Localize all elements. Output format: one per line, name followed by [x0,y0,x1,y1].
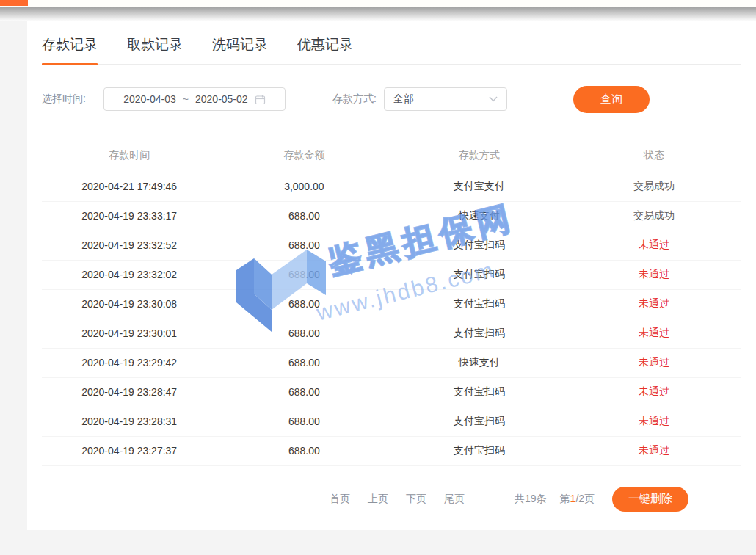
cell-method: 支付宝扫码 [392,407,567,436]
col-header-deposit-method: 存款方式 [392,139,567,172]
cell-method: 支付宝扫码 [392,231,567,260]
table-row: 2020-04-19 23:32:52 688.00 支付宝扫码 未通过 [42,231,741,260]
tab-promo-records[interactable]: 优惠记录 [297,35,353,64]
date-range-input[interactable]: 2020-04-03 ~ 2020-05-02 [103,87,286,111]
cell-time: 2020-04-19 23:30:08 [42,289,217,319]
cell-amount: 688.00 [217,377,391,407]
date-separator: ~ [183,93,189,105]
top-accent-bar [0,0,28,6]
table-header-row: 存款时间 存款金额 存款方式 状态 [42,139,741,172]
tab-withdrawal-records[interactable]: 取款记录 [127,35,183,64]
cell-method: 支付宝扫码 [392,377,567,407]
cell-status: 交易成功 [567,172,741,201]
cell-method: 支付宝扫码 [392,319,567,348]
pagination-bar: 首页 上页 下页 尾页 共19条 第1/2页 一键删除 [27,487,756,512]
cell-time: 2020-04-19 23:28:47 [42,377,217,407]
cell-status: 未通过 [567,407,741,436]
cell-amount: 688.00 [217,407,391,436]
cell-time: 2020-04-19 23:32:52 [42,231,217,260]
cell-status: 未通过 [567,377,741,407]
tab-label: 存款记录 [42,37,98,52]
table-row: 2020-04-19 23:27:37 688.00 支付宝扫码 未通过 [42,436,741,465]
cell-time: 2020-04-19 23:27:37 [42,436,217,465]
active-tab-underline [42,63,98,65]
chevron-down-icon [489,96,498,102]
cell-time: 2020-04-19 23:33:17 [42,201,217,231]
col-header-deposit-time: 存款时间 [42,139,217,172]
cell-status: 交易成功 [567,201,741,231]
cell-amount: 688.00 [217,436,391,465]
date-end-value: 2020-05-02 [195,93,248,105]
col-header-status: 状态 [567,139,741,172]
cell-status: 未通过 [567,260,741,289]
cell-amount: 688.00 [217,260,391,289]
cell-method: 快速支付 [392,201,567,231]
cell-time: 2020-04-19 23:29:42 [42,348,217,377]
deposit-method-select[interactable]: 全部 [384,87,507,111]
cell-method: 支付宝扫码 [392,289,567,319]
cell-status: 未通过 [567,319,741,348]
cell-amount: 3,000.00 [217,172,391,201]
header-shadow [0,7,756,21]
table-row: 2020-04-21 17:49:46 3,000.00 支付宝支付 交易成功 [42,172,741,201]
page: 存款记录 取款记录 洗码记录 优惠记录 选择时间: 2020-04-03 ~ 2… [0,0,756,555]
first-page-link[interactable]: 首页 [330,493,350,506]
top-bar [0,0,756,7]
cell-amount: 688.00 [217,319,391,348]
cell-status: 未通过 [567,348,741,377]
cell-amount: 688.00 [217,289,391,319]
page-indicator: 第1/2页 [560,493,595,506]
table-row: 2020-04-19 23:28:31 688.00 支付宝扫码 未通过 [42,407,741,436]
tab-label: 优惠记录 [297,37,353,52]
cell-method: 快速支付 [392,348,567,377]
tab-label: 取款记录 [127,37,183,52]
cell-method: 支付宝扫码 [392,260,567,289]
tab-label: 洗码记录 [212,37,268,52]
select-value: 全部 [393,92,489,106]
cell-amount: 688.00 [217,231,391,260]
total-count: 共19条 [515,493,547,506]
table-row: 2020-04-19 23:30:01 688.00 支付宝扫码 未通过 [42,319,741,348]
cell-status: 未通过 [567,289,741,319]
cell-method: 支付宝扫码 [392,436,567,465]
cell-status: 未通过 [567,436,741,465]
method-filter-label: 存款方式: [332,92,377,106]
table-row: 2020-04-19 23:33:17 688.00 快速支付 交易成功 [42,201,741,231]
records-card: 存款记录 取款记录 洗码记录 优惠记录 选择时间: 2020-04-03 ~ 2… [27,21,756,530]
deposit-records-table: 存款时间 存款金额 存款方式 状态 2020-04-21 17:49:46 3,… [42,139,741,466]
cell-time: 2020-04-19 23:30:01 [42,319,217,348]
table-row: 2020-04-19 23:32:02 688.00 支付宝扫码 未通过 [42,260,741,289]
cell-status: 未通过 [567,231,741,260]
time-filter-label: 选择时间: [42,92,86,106]
prev-page-link[interactable]: 上页 [368,493,388,506]
table-row: 2020-04-19 23:30:08 688.00 支付宝扫码 未通过 [42,289,741,319]
next-page-link[interactable]: 下页 [406,493,426,506]
filter-bar: 选择时间: 2020-04-03 ~ 2020-05-02 存款方式: 全部 [27,85,756,113]
cell-time: 2020-04-19 23:32:02 [42,260,217,289]
delete-all-button[interactable]: 一键删除 [612,487,688,512]
date-start-value: 2020-04-03 [123,93,176,105]
last-page-link[interactable]: 尾页 [444,493,465,506]
tab-bar: 存款记录 取款记录 洗码记录 优惠记录 [42,21,741,65]
tab-deposit-records[interactable]: 存款记录 [42,35,98,64]
calendar-icon [255,94,266,105]
cell-amount: 688.00 [217,201,391,231]
search-button[interactable]: 查询 [573,86,650,113]
cell-time: 2020-04-19 23:28:31 [42,407,217,436]
cell-time: 2020-04-21 17:49:46 [42,172,217,201]
col-header-deposit-amount: 存款金额 [217,139,391,172]
cell-method: 支付宝支付 [392,172,567,201]
table-row: 2020-04-19 23:28:47 688.00 支付宝扫码 未通过 [42,377,741,407]
tab-rebate-records[interactable]: 洗码记录 [212,35,268,64]
table-row: 2020-04-19 23:29:42 688.00 快速支付 未通过 [42,348,741,377]
cell-amount: 688.00 [217,348,391,377]
